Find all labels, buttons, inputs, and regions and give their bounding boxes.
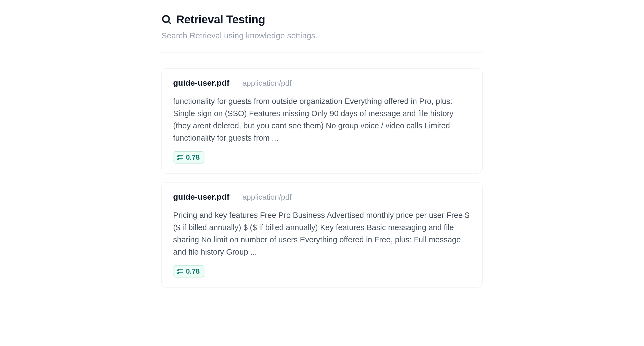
- search-icon: [161, 14, 172, 25]
- title-row: Retrieval Testing: [161, 13, 483, 26]
- relevance-score-icon: [177, 268, 183, 274]
- svg-line-1: [168, 21, 170, 23]
- svg-rect-5: [177, 158, 179, 159]
- score-value: 0.78: [186, 267, 200, 276]
- result-mimetype: application/pdf: [243, 79, 292, 88]
- result-filename: guide-user.pdf: [173, 78, 229, 88]
- result-filename: guide-user.pdf: [173, 192, 229, 202]
- page-title: Retrieval Testing: [176, 13, 265, 26]
- result-content: Pricing and key features Free Pro Busine…: [173, 209, 471, 258]
- page-header: Retrieval Testing Search Retrieval using…: [161, 13, 483, 52]
- results-list: guide-user.pdf application/pdf functiona…: [161, 68, 483, 288]
- score-badge: 0.78: [173, 151, 204, 163]
- page-subtitle: Search Retrieval using knowledge setting…: [161, 31, 483, 40]
- relevance-score-icon: [177, 154, 183, 160]
- svg-rect-11: [177, 272, 179, 273]
- score-value: 0.78: [186, 153, 200, 162]
- result-header: guide-user.pdf application/pdf: [173, 78, 471, 88]
- svg-rect-2: [177, 155, 179, 156]
- result-mimetype: application/pdf: [243, 193, 292, 202]
- result-card[interactable]: guide-user.pdf application/pdf Pricing a…: [161, 182, 483, 288]
- main-container: Retrieval Testing Search Retrieval using…: [140, 0, 504, 301]
- score-badge: 0.78: [173, 265, 204, 277]
- result-card[interactable]: guide-user.pdf application/pdf functiona…: [161, 68, 483, 174]
- result-header: guide-user.pdf application/pdf: [173, 192, 471, 202]
- result-content: functionality for guests from outside or…: [173, 95, 471, 144]
- svg-rect-8: [177, 269, 179, 270]
